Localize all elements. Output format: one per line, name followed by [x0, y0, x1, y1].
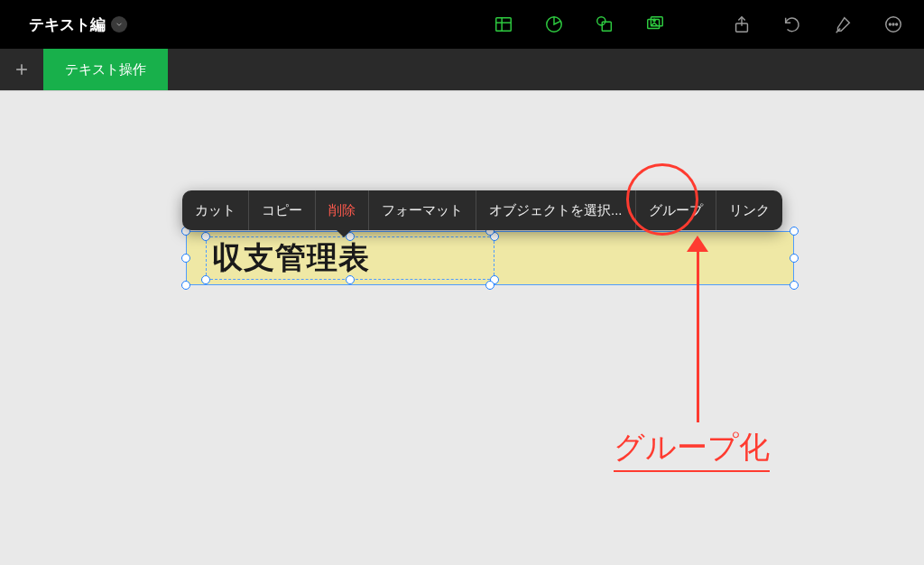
svg-rect-0 — [496, 18, 512, 32]
plus-icon — [13, 60, 31, 79]
table-icon — [494, 14, 513, 34]
svg-rect-4 — [602, 22, 611, 31]
context-menu-format[interactable]: フォーマット — [368, 190, 476, 230]
svg-point-14 — [896, 23, 898, 25]
sheet-tab-active[interactable]: テキスト操作 — [43, 49, 168, 90]
annotation-label: グループ化 — [614, 427, 770, 472]
shape-handle-se[interactable] — [790, 281, 799, 290]
top-toolbar: テキスト編 — [0, 0, 924, 49]
shape-handle-e[interactable] — [790, 254, 799, 263]
context-menu-link[interactable]: リンク — [716, 190, 782, 230]
undo-icon — [782, 14, 802, 34]
text-handle-nw[interactable] — [201, 232, 210, 241]
text-handle-sw[interactable] — [201, 275, 210, 284]
context-menu-group[interactable]: グループ — [635, 190, 716, 230]
chevron-down-icon — [111, 16, 127, 32]
back-button[interactable] — [11, 12, 18, 37]
document-title[interactable]: テキスト編 — [29, 14, 127, 35]
more-button[interactable] — [873, 5, 913, 44]
sheet-tab-label: テキスト操作 — [65, 61, 146, 79]
shape-handle-w[interactable] — [181, 254, 190, 263]
canvas-area[interactable]: 収支管理表 カット コピー 削除 フォーマット オブジェクトを選択... グルー… — [0, 90, 924, 565]
sheet-tab-strip: テキスト操作 — [0, 49, 924, 90]
insert-table-button[interactable] — [484, 5, 523, 44]
svg-point-13 — [892, 23, 894, 25]
svg-point-8 — [653, 19, 655, 21]
paint-brush-icon — [833, 14, 853, 34]
svg-point-5 — [597, 17, 605, 25]
context-menu: カット コピー 削除 フォーマット オブジェクトを選択... グループ リンク — [182, 190, 782, 230]
text-handle-s[interactable] — [346, 275, 355, 284]
context-menu-select-objects[interactable]: オブジェクトを選択... — [476, 190, 635, 230]
context-menu-copy[interactable]: コピー — [248, 190, 315, 230]
document-title-text: テキスト編 — [29, 14, 106, 35]
shape-handle-s[interactable] — [485, 281, 494, 290]
text-object-content: 収支管理表 — [212, 237, 370, 279]
context-menu-cut[interactable]: カット — [182, 190, 248, 230]
insert-chart-button[interactable] — [534, 5, 574, 44]
insert-media-button[interactable] — [635, 5, 675, 44]
media-icon — [645, 14, 665, 34]
undo-button[interactable] — [772, 5, 812, 44]
pie-chart-icon — [544, 14, 564, 34]
format-brush-button[interactable] — [823, 5, 863, 44]
shape-handle-sw[interactable] — [181, 281, 190, 290]
context-menu-delete[interactable]: 削除 — [315, 190, 368, 230]
share-button[interactable] — [722, 5, 762, 44]
insert-shape-button[interactable] — [585, 5, 624, 44]
svg-point-12 — [889, 23, 891, 25]
shape-handle-ne[interactable] — [790, 227, 799, 236]
ellipsis-circle-icon — [883, 14, 903, 34]
text-object[interactable]: 収支管理表 — [206, 236, 494, 280]
add-sheet-button[interactable] — [0, 49, 43, 90]
share-icon — [732, 14, 752, 34]
shapes-icon — [595, 14, 614, 34]
